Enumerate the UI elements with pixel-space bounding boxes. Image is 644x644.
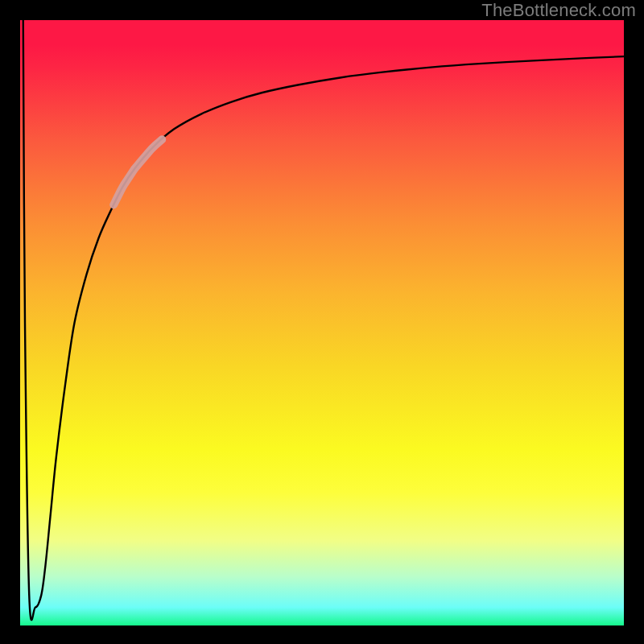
highlight-segment: [114, 139, 162, 204]
bottleneck-curve: [23, 20, 624, 620]
curve-svg: [20, 20, 624, 625]
watermark-text: TheBottleneck.com: [481, 0, 636, 21]
plot-area: [20, 20, 624, 625]
chart-frame: TheBottleneck.com: [0, 0, 644, 644]
